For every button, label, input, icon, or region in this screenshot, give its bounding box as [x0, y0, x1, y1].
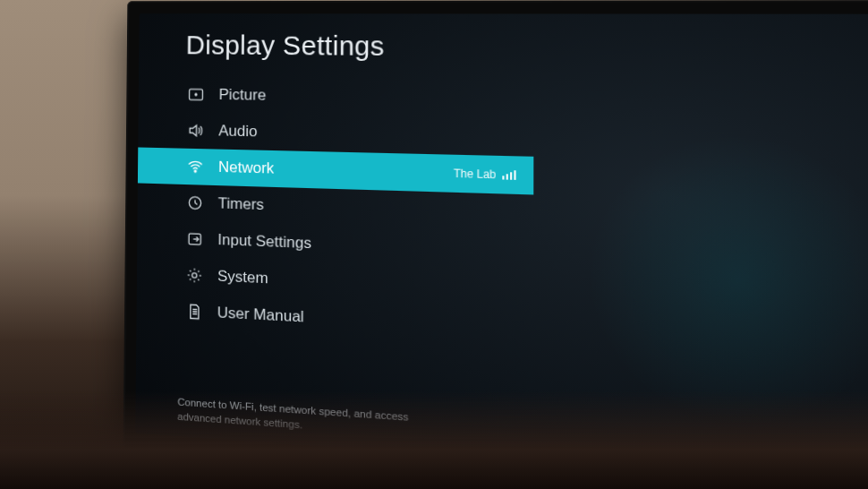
- svg-point-2: [194, 170, 196, 172]
- network-status: The Lab: [454, 167, 516, 182]
- menu-item-label: Audio: [218, 122, 257, 141]
- menu-item-label: User Manual: [217, 304, 304, 326]
- network-ssid: The Lab: [454, 167, 496, 181]
- wifi-icon: [186, 158, 204, 176]
- screen-glare: [525, 71, 868, 489]
- tv-stand: [316, 445, 664, 481]
- menu-item-label: Input Settings: [217, 231, 311, 253]
- menu-item-label: Timers: [218, 194, 264, 214]
- menu-item-label: Picture: [219, 86, 267, 105]
- help-text: Connect to Wi-Fi, test network speed, an…: [177, 394, 408, 440]
- menu-item-label: System: [217, 267, 268, 287]
- clock-icon: [186, 193, 204, 212]
- settings-panel: Display Settings Picture Audio: [136, 30, 533, 348]
- document-icon: [185, 302, 203, 321]
- svg-point-5: [192, 273, 197, 279]
- help-text-line2: advanced network settings.: [177, 411, 302, 431]
- menu-item-label: Network: [218, 159, 274, 178]
- page-title: Display Settings: [186, 30, 534, 63]
- tv-screen: Display Settings Picture Audio: [135, 13, 868, 489]
- signal-strength-icon: [502, 170, 516, 180]
- room-background: Display Settings Picture Audio: [0, 0, 868, 489]
- help-text-line1: Connect to Wi-Fi, test network speed, an…: [177, 396, 408, 422]
- tv: Display Settings Picture Audio: [123, 0, 868, 489]
- audio-icon: [187, 122, 205, 141]
- svg-point-1: [195, 94, 197, 96]
- settings-menu: Picture Audio Network: [136, 76, 533, 348]
- input-icon: [186, 230, 204, 249]
- picture-icon: [187, 85, 205, 103]
- gear-icon: [185, 266, 203, 285]
